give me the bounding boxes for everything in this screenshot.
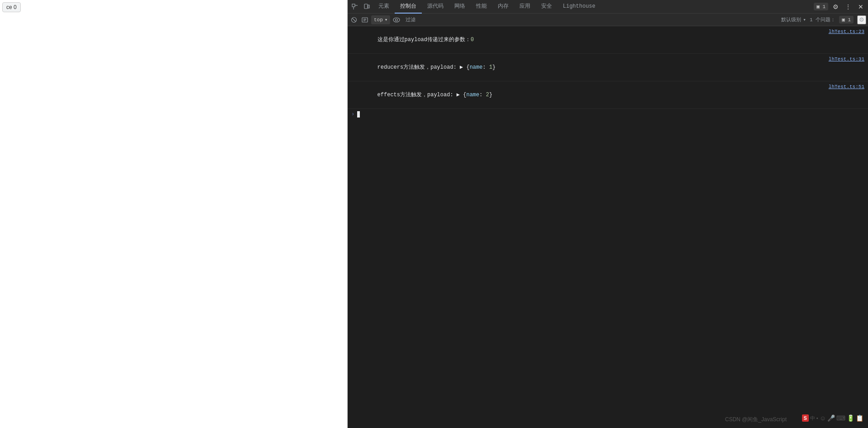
- console-toolbar: top ▾ 过滤 默认级别 ▾ 1 个问题： ▣ 1 ⚙: [348, 14, 868, 26]
- tab-performance[interactable]: 性能: [471, 0, 492, 14]
- watermark: CSDN @闲鱼_JavaScript: [725, 416, 787, 423]
- system-tray: S 中 • ☺ 🎤 ⌨ 🔋 📋: [802, 414, 864, 422]
- devtools-tabs: 元素 控制台 源代码 网络 性能 内存 应用 安全 Lighthouse: [373, 0, 601, 13]
- tab-memory[interactable]: 内存: [492, 0, 514, 14]
- clipboard-icon: 📋: [856, 414, 863, 422]
- svg-line-6: [353, 18, 356, 21]
- prompt-arrow-icon: ›: [351, 110, 354, 118]
- console-log-line: reducers方法触发，payload: ▶ {name: 1} lhTest…: [348, 54, 868, 81]
- prompt-cursor: [357, 111, 360, 118]
- ime-mode-indicator: 中: [810, 415, 815, 422]
- filter-label: 过滤: [403, 16, 418, 23]
- issue-badge: ▣ 1: [839, 16, 854, 24]
- clear-console-btn[interactable]: [349, 15, 359, 24]
- context-selector[interactable]: top ▾: [371, 15, 390, 24]
- sogou-ime-icon: S: [802, 414, 809, 422]
- tab-application[interactable]: 应用: [514, 0, 536, 14]
- tab-elements[interactable]: 元素: [373, 0, 395, 14]
- preserve-log-btn[interactable]: [360, 15, 369, 24]
- punctuation-indicator: •: [816, 415, 818, 421]
- svg-rect-0: [352, 4, 355, 7]
- svg-rect-3: [364, 4, 368, 9]
- console-log-source[interactable]: lhTest.ts:31: [829, 55, 864, 63]
- console-settings-btn[interactable]: ⚙: [857, 15, 866, 24]
- device-toggle-btn[interactable]: [361, 1, 372, 12]
- panel-badge: ▣ 1: [814, 3, 828, 10]
- browser-content: ce 0: [0, 0, 348, 428]
- keyboard-icon: ⌨: [836, 414, 845, 422]
- console-log-source[interactable]: lhTest.ts:51: [829, 83, 864, 91]
- console-log-line: effects方法触发，payload: ▶ {name: 2} lhTest.…: [348, 81, 868, 109]
- svg-rect-4: [368, 5, 369, 8]
- svg-point-11: [393, 18, 400, 22]
- tab-network[interactable]: 网络: [449, 0, 471, 14]
- log-level-label: 默认级别: [781, 16, 801, 23]
- close-devtools-btn[interactable]: ✕: [855, 1, 866, 12]
- tab-sources[interactable]: 源代码: [422, 0, 449, 14]
- inspect-element-btn[interactable]: [349, 1, 360, 12]
- tab-security[interactable]: 安全: [536, 0, 557, 14]
- context-chevron-icon: ▾: [385, 17, 388, 23]
- console-log-text: reducers方法触发，payload: ▶ {name: 1}: [351, 55, 829, 80]
- tab-console[interactable]: 控制台: [395, 0, 422, 14]
- settings-btn[interactable]: ⚙: [830, 1, 841, 12]
- console-log-source[interactable]: lhTest.ts:23: [829, 28, 864, 36]
- console-log-text: 这是你通过payload传递过来的参数：0: [351, 28, 829, 52]
- filter-input[interactable]: [420, 15, 779, 24]
- mic-icon: 🎤: [827, 414, 835, 422]
- console-toolbar-right: 默认级别 ▾ 1 个问题： ▣ 1 ⚙: [781, 15, 866, 24]
- emoji-icon: ☺: [820, 414, 826, 422]
- devtools-panel: 元素 控制台 源代码 网络 性能 内存 应用 安全 Lighthouse ▣ 1…: [348, 0, 868, 428]
- console-output[interactable]: 这是你通过payload传递过来的参数：0 lhTest.ts:23 reduc…: [348, 26, 868, 428]
- battery-icon: 🔋: [847, 414, 854, 422]
- live-expressions-btn[interactable]: [392, 15, 401, 24]
- tab-lighthouse[interactable]: Lighthouse: [557, 0, 601, 14]
- browser-tab: ce 0: [2, 2, 21, 12]
- svg-point-12: [396, 19, 398, 21]
- log-level-selector[interactable]: 默认级别 ▾: [781, 16, 806, 23]
- console-log-line: 这是你通过payload传递过来的参数：0 lhTest.ts:23: [348, 26, 868, 54]
- context-label: top: [374, 17, 383, 23]
- console-prompt[interactable]: ›: [348, 109, 868, 120]
- console-log-text: effects方法触发，payload: ▶ {name: 2}: [351, 83, 829, 107]
- topbar-right: ▣ 1 ⚙ ⋮ ✕: [814, 1, 866, 12]
- more-options-btn[interactable]: ⋮: [843, 1, 854, 12]
- issue-count-label: 1 个问题：: [810, 16, 835, 23]
- log-level-chevron-icon: ▾: [803, 17, 806, 23]
- devtools-topbar: 元素 控制台 源代码 网络 性能 内存 应用 安全 Lighthouse ▣ 1…: [348, 0, 868, 14]
